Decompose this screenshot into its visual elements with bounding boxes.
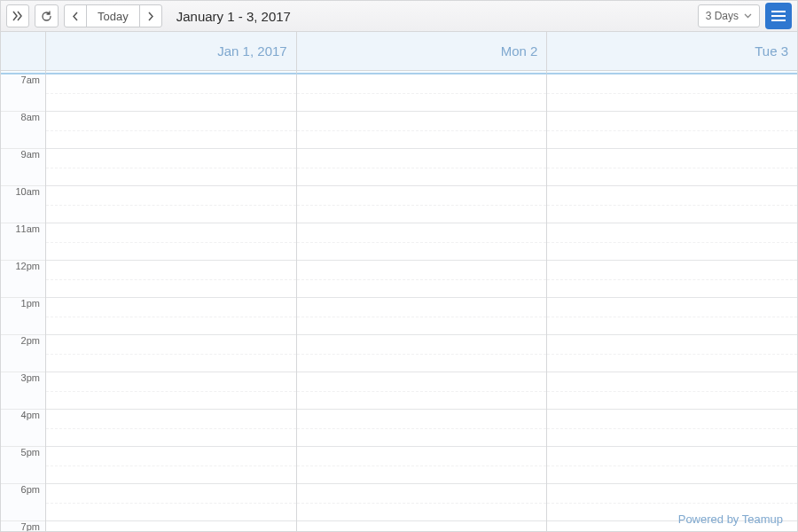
prev-button[interactable] bbox=[64, 4, 87, 27]
time-slot[interactable] bbox=[547, 261, 797, 298]
time-slot[interactable] bbox=[547, 372, 797, 410]
chevron-right-icon bbox=[146, 12, 154, 21]
time-slot[interactable] bbox=[547, 298, 797, 335]
day-column[interactable] bbox=[546, 74, 797, 531]
time-slot[interactable] bbox=[46, 484, 296, 521]
chevron-down-icon bbox=[744, 13, 752, 19]
powered-by-link[interactable]: Powered by Teamup bbox=[678, 512, 783, 526]
expand-sidebar-button[interactable] bbox=[6, 4, 29, 27]
day-header[interactable]: Tue 3 bbox=[546, 32, 797, 71]
powered-by-label: Powered by Teamup bbox=[678, 512, 783, 526]
chevron-left-icon bbox=[72, 12, 80, 21]
view-selector-label: 3 Days bbox=[706, 10, 739, 22]
time-slot[interactable] bbox=[297, 410, 547, 447]
time-slot[interactable] bbox=[547, 223, 797, 261]
time-slot[interactable] bbox=[297, 223, 547, 261]
hour-label: 5pm bbox=[1, 447, 45, 484]
hour-label: 12pm bbox=[1, 261, 45, 298]
time-slot[interactable] bbox=[547, 112, 797, 149]
time-slot[interactable] bbox=[46, 112, 296, 149]
time-slot[interactable] bbox=[547, 149, 797, 186]
time-slot[interactable] bbox=[46, 261, 296, 298]
time-slot[interactable] bbox=[297, 335, 547, 372]
today-button-label: Today bbox=[98, 10, 129, 23]
date-range-title: January 1 - 3, 2017 bbox=[176, 9, 291, 24]
day-header-label: Tue 3 bbox=[755, 43, 788, 59]
time-slot[interactable] bbox=[46, 447, 296, 484]
refresh-button[interactable] bbox=[35, 4, 59, 27]
time-slot[interactable] bbox=[297, 261, 547, 298]
time-slot[interactable] bbox=[547, 335, 797, 372]
time-slot[interactable] bbox=[547, 447, 797, 484]
time-slot[interactable] bbox=[46, 298, 296, 335]
time-slot[interactable] bbox=[46, 521, 296, 532]
time-slot[interactable] bbox=[547, 186, 797, 223]
time-slot[interactable] bbox=[46, 149, 296, 186]
day-column[interactable] bbox=[45, 74, 296, 531]
calendar-grid: 7am8am9am10am11am12pm1pm2pm3pm4pm5pm6pm7… bbox=[0, 74, 798, 532]
chevron-double-right-icon bbox=[12, 11, 23, 21]
day-header[interactable]: Jan 1, 2017 bbox=[45, 32, 296, 71]
hour-label: 7pm bbox=[1, 521, 45, 532]
time-slot[interactable] bbox=[46, 186, 296, 223]
time-slot[interactable] bbox=[46, 335, 296, 372]
refresh-icon bbox=[41, 11, 52, 22]
day-header-label: Jan 1, 2017 bbox=[217, 43, 286, 59]
gutter-header bbox=[1, 32, 45, 71]
view-selector[interactable]: 3 Days bbox=[698, 4, 760, 27]
hour-label: 3pm bbox=[1, 372, 45, 410]
time-slot[interactable] bbox=[297, 447, 547, 484]
time-slot[interactable] bbox=[46, 372, 296, 410]
time-gutter: 7am8am9am10am11am12pm1pm2pm3pm4pm5pm6pm7… bbox=[1, 74, 45, 531]
hour-label: 2pm bbox=[1, 335, 45, 372]
hour-label: 4pm bbox=[1, 410, 45, 447]
day-header-row: Jan 1, 2017 Mon 2 Tue 3 bbox=[0, 32, 798, 71]
hour-label: 6pm bbox=[1, 484, 45, 521]
time-slot[interactable] bbox=[297, 484, 547, 521]
hour-label: 8am bbox=[1, 112, 45, 149]
time-slot[interactable] bbox=[547, 74, 797, 112]
time-slot[interactable] bbox=[297, 521, 547, 532]
time-slot[interactable] bbox=[46, 74, 296, 112]
time-slot[interactable] bbox=[297, 372, 547, 410]
time-slot[interactable] bbox=[297, 74, 547, 112]
time-slot[interactable] bbox=[46, 410, 296, 447]
day-header[interactable]: Mon 2 bbox=[296, 32, 547, 71]
time-slot[interactable] bbox=[297, 186, 547, 223]
hour-label: 7am bbox=[1, 74, 45, 112]
hour-label: 10am bbox=[1, 186, 45, 223]
menu-button[interactable] bbox=[765, 3, 792, 29]
time-slot[interactable] bbox=[297, 149, 547, 186]
time-slot[interactable] bbox=[297, 112, 547, 149]
toolbar: Today January 1 - 3, 2017 3 Days bbox=[0, 0, 798, 32]
day-column[interactable] bbox=[296, 74, 547, 531]
hamburger-icon bbox=[771, 15, 786, 17]
next-button[interactable] bbox=[139, 4, 162, 27]
day-header-label: Mon 2 bbox=[501, 43, 538, 59]
hour-label: 1pm bbox=[1, 298, 45, 335]
date-nav-group: Today bbox=[64, 4, 162, 27]
time-slot[interactable] bbox=[547, 410, 797, 447]
time-slot[interactable] bbox=[297, 298, 547, 335]
today-button[interactable]: Today bbox=[86, 4, 140, 27]
time-slot[interactable] bbox=[46, 223, 296, 261]
hour-label: 9am bbox=[1, 149, 45, 186]
hour-label: 11am bbox=[1, 223, 45, 261]
